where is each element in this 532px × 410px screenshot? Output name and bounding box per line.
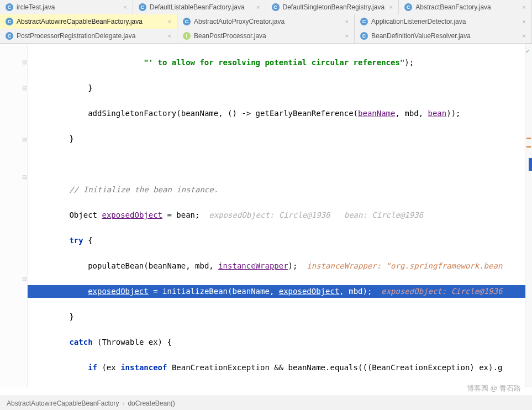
code-line[interactable]: catch (Throwable ex) {	[28, 336, 532, 349]
code-line[interactable]: if (ex instanceof BeanCreationException …	[28, 361, 532, 374]
warning-mark-icon[interactable]	[526, 138, 531, 139]
tab-defaultsingletonbeanregistry[interactable]: C DefaultSingletonBeanRegistry.java ×	[266, 0, 399, 14]
tab-postprocessorregistrationdelegate[interactable]: C PostProcessorRegistrationDelegate.java…	[0, 29, 177, 43]
code-line[interactable]: populateBean(beanName, mbd, instanceWrap…	[28, 260, 532, 272]
tab-row-2: C AbstractAutowireCapableBeanFactory.jav…	[0, 14, 532, 29]
close-icon[interactable]: ×	[168, 33, 171, 39]
close-icon[interactable]: ×	[345, 33, 349, 39]
code-line[interactable]: Object exposedObject = bean; exposedObje…	[28, 209, 532, 222]
tab-label: AbstractBeanFactory.java	[415, 3, 518, 11]
class-icon: C	[6, 32, 13, 40]
tab-label: PostProcessorRegistrationDelegate.java	[17, 32, 164, 40]
class-icon: C	[6, 18, 13, 25]
close-icon[interactable]: ×	[123, 4, 127, 10]
tab-label: ircleTest.java	[17, 3, 119, 11]
class-icon: C	[139, 3, 146, 11]
caret-row-indicator	[529, 158, 532, 171]
code-line[interactable]: }	[28, 82, 532, 94]
tab-label: AbstractAutowireCapableBeanFactory.java	[17, 18, 164, 25]
fold-marker-icon[interactable]: ⊟	[22, 59, 27, 65]
analysis-ok-icon: ✓	[526, 45, 531, 50]
code-content[interactable]: "' to allow for resolving potential circ…	[28, 44, 532, 387]
error-stripe[interactable]: ✓	[525, 44, 532, 387]
close-icon[interactable]: ×	[256, 4, 260, 10]
class-icon: C	[272, 3, 280, 11]
code-editor[interactable]: ⊟ ⊟ ⊟ ⊟ ⊟ "' to allow for resolving pote…	[0, 44, 532, 387]
editor-tab-strip: C ircleTest.java × C DefaultListableBean…	[0, 0, 532, 44]
breadcrumb-method[interactable]: doCreateBean()	[128, 400, 175, 407]
close-icon[interactable]: ×	[523, 18, 526, 25]
breadcrumb-class[interactable]: AbstractAutowireCapableBeanFactory	[7, 400, 119, 407]
tab-applicationlistenerdetector[interactable]: C ApplicationListenerDetector.java ×	[355, 14, 532, 29]
class-icon: C	[360, 32, 368, 40]
breadcrumb-bar[interactable]: AbstractAutowireCapableBeanFactory › doC…	[0, 396, 532, 410]
code-line[interactable]: try {	[28, 234, 532, 247]
fold-marker-icon[interactable]: ⊟	[22, 174, 27, 180]
tab-defaultlistablebeanfactory[interactable]: C DefaultListableBeanFactory.java ×	[133, 0, 266, 14]
interface-icon: I	[183, 32, 191, 40]
tab-abstractautoproxycreator[interactable]: C AbstractAutoProxyCreator.java ×	[177, 14, 355, 29]
code-line[interactable]: addSingletonFactory(beanName, () -> getE…	[28, 107, 532, 120]
tab-label: ApplicationListenerDetector.java	[371, 18, 518, 25]
close-icon[interactable]: ×	[345, 18, 349, 25]
tab-label: DefaultListableBeanFactory.java	[150, 3, 252, 11]
tab-label: DefaultSingletonBeanRegistry.java	[283, 3, 385, 11]
fold-marker-icon[interactable]: ⊟	[22, 136, 27, 143]
tab-row-3: C PostProcessorRegistrationDelegate.java…	[0, 29, 532, 43]
class-icon: C	[360, 18, 368, 25]
tab-abstractbeanfactory[interactable]: C AbstractBeanFactory.java ×	[399, 0, 532, 14]
code-line[interactable]: // Initialize the bean instance.	[28, 183, 532, 196]
close-icon[interactable]: ×	[168, 18, 171, 25]
fold-marker-icon[interactable]: ⊟	[22, 85, 27, 91]
chevron-right-icon: ›	[122, 400, 124, 407]
tab-abstractautowirecapablebeanfactory[interactable]: C AbstractAutowireCapableBeanFactory.jav…	[0, 14, 177, 29]
class-icon: C	[404, 3, 412, 11]
watermark-text: 博客园 @ 青石路	[467, 383, 521, 393]
editor-gutter[interactable]: ⊟ ⊟ ⊟ ⊟ ⊟	[0, 44, 28, 387]
tab-beandefinitionvalueresolver[interactable]: C BeanDefinitionValueResolver.java ×	[355, 29, 532, 43]
close-icon[interactable]: ×	[523, 33, 526, 39]
tab-label: BeanDefinitionValueResolver.java	[371, 32, 518, 40]
code-line-current[interactable]: exposedObject = initializeBean(beanName,…	[28, 285, 532, 298]
code-line[interactable]: "' to allow for resolving potential circ…	[28, 56, 532, 69]
class-icon: C	[6, 3, 13, 11]
tab-row-1: C ircleTest.java × C DefaultListableBean…	[0, 0, 532, 14]
tab-label: AbstractAutoProxyCreator.java	[194, 18, 341, 25]
tab-label: BeanPostProcessor.java	[194, 32, 341, 40]
code-line[interactable]: }	[28, 133, 532, 145]
code-line[interactable]: }	[28, 311, 532, 323]
fold-marker-icon[interactable]: ⊟	[22, 276, 27, 282]
code-line[interactable]: throw (BeanCreationException) ex;	[28, 387, 532, 387]
warning-mark-icon[interactable]	[526, 146, 531, 148]
code-line[interactable]	[28, 158, 532, 171]
tab-circletest[interactable]: C ircleTest.java ×	[0, 0, 133, 14]
close-icon[interactable]: ×	[523, 4, 526, 10]
tab-beanpostprocessor[interactable]: I BeanPostProcessor.java ×	[177, 29, 355, 43]
close-icon[interactable]: ×	[389, 4, 393, 10]
class-icon: C	[183, 18, 191, 25]
